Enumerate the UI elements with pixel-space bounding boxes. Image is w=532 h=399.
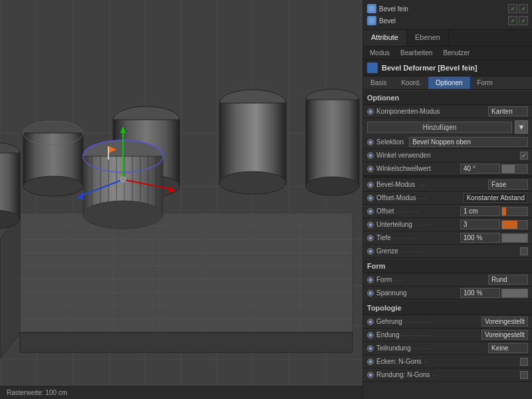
layer-check2-bevel[interactable]: ✓	[519, 16, 528, 25]
value-spannung[interactable]: 100 %	[460, 288, 500, 298]
radio-komponenten-modus[interactable]	[367, 108, 374, 115]
slider-offset[interactable]	[501, 207, 528, 216]
layer-icon-bevel	[367, 16, 376, 25]
subtab-bar: Modus Bearbeiten Benutzer	[363, 47, 532, 60]
radio-tiefe[interactable]	[367, 235, 374, 241]
value-gehrung[interactable]: Voreingestellt	[481, 317, 528, 327]
label-komponenten-modus: Komponenten-Modus	[376, 108, 440, 115]
scene-canvas	[0, 0, 362, 399]
viewport-3d[interactable]: Rasterweite: 100 cm	[0, 0, 362, 399]
row-tiefe: Tiefe ·········· 100 %	[363, 231, 532, 245]
deformer-name: Bevel Deformer [Bevel fein]	[382, 64, 477, 72]
row-gehrung: Gehrung ············ Voreingestellt	[363, 315, 532, 329]
row-form: Form ···· Rund	[363, 273, 532, 287]
radio-winkelschwellwert[interactable]	[367, 166, 374, 172]
value-endung[interactable]: Voreingestellt	[481, 330, 528, 340]
check-ecken[interactable]	[520, 358, 528, 366]
svg-marker-74	[76, 192, 84, 200]
label-offset-modus: Offset-Modus	[376, 194, 416, 201]
slider-tiefe[interactable]	[501, 233, 528, 243]
layer-checks-bevel: ✓ ✓	[508, 16, 528, 25]
row-ecken: Ecken: N-Gons ··	[363, 355, 532, 368]
layer-checks-bevel-fein: ✓ ✓	[508, 4, 528, 13]
radio-form[interactable]	[367, 277, 374, 283]
label-grenze: Grenze	[376, 247, 398, 255]
radio-bevel-modus[interactable]	[367, 182, 374, 188]
svg-rect-77	[369, 18, 374, 23]
scene-objects-svg	[0, 0, 362, 399]
hinzufuegen-button[interactable]: Hinzufügen	[367, 122, 512, 133]
radio-gehrung[interactable]	[367, 319, 374, 325]
layer-check2-bevel-fein[interactable]: ✓	[519, 4, 528, 13]
slider-winkelschwellwert[interactable]	[501, 164, 528, 174]
label-winkel-verwenden: Winkel verwenden	[376, 152, 431, 159]
value-winkelschwellwert[interactable]: 40 °	[460, 164, 500, 174]
row-rundung: Rundung: N-Gons ··	[363, 368, 532, 382]
label-teilrundung: Teilrundung	[376, 344, 411, 352]
svg-rect-76	[369, 6, 374, 11]
label-ecken: Ecken: N-Gons	[376, 358, 422, 365]
row-bevel-modus: Bevel-Modus ···· Fase	[363, 178, 532, 192]
tab-ebenen[interactable]: Ebenen	[407, 30, 449, 46]
label-form: Form	[376, 276, 392, 283]
prop-tab-koord[interactable]: Koord.	[394, 76, 428, 89]
check-grenze[interactable]	[520, 247, 528, 255]
svg-point-40	[23, 176, 83, 196]
radio-selektion[interactable]	[367, 139, 374, 146]
row-endung: Endung ············ Voreingestellt	[363, 329, 532, 342]
radio-ecken[interactable]	[367, 358, 374, 365]
subtab-modus[interactable]: Modus	[366, 48, 394, 58]
label-unterteilung: Unterteilung	[376, 221, 412, 228]
row-winkel-verwenden: Winkel verwenden ✓	[363, 149, 532, 162]
radio-endung[interactable]	[367, 332, 374, 338]
label-offset: Offset	[376, 207, 394, 215]
prop-tab-form[interactable]: Form	[470, 76, 500, 89]
slider-unterteilung[interactable]	[501, 220, 528, 229]
radio-spannung[interactable]	[367, 290, 374, 297]
slider-spannung[interactable]	[501, 289, 528, 298]
layer-check1-bevel-fein[interactable]: ✓	[508, 4, 517, 13]
svg-point-75	[120, 177, 126, 182]
value-komponenten-modus[interactable]: Kanten	[488, 106, 528, 116]
value-selektion[interactable]: Bevel Noppen oben	[409, 137, 528, 147]
radio-unterteilung[interactable]	[367, 221, 374, 228]
layer-icon-bevel-fein	[367, 4, 376, 13]
label-winkelschwellwert: Winkelschwellwert	[376, 165, 431, 172]
radio-offset-modus[interactable]	[367, 195, 374, 201]
label-selektion: Selektion	[376, 138, 404, 146]
subtab-benutzer[interactable]: Benutzer	[439, 48, 473, 58]
section-optionen: Optionen	[363, 91, 532, 105]
value-tiefe[interactable]: 100 %	[460, 233, 500, 243]
layer-name-bevel-fein: Bevel fein	[379, 5, 505, 13]
value-offset-modus[interactable]: Konstanter Abstand	[464, 193, 528, 203]
section-topologie: Topologie	[363, 301, 532, 315]
value-offset[interactable]: 1 cm	[460, 206, 500, 216]
layer-check1-bevel[interactable]: ✓	[508, 16, 517, 25]
value-unterteilung[interactable]: 3	[460, 219, 500, 229]
layer-item-bevel-fein[interactable]: Bevel fein ✓ ✓	[367, 3, 528, 15]
subtab-bearbeiten[interactable]: Bearbeiten	[396, 48, 436, 58]
value-bevel-modus[interactable]: Fase	[488, 180, 528, 190]
check-rundung[interactable]	[520, 371, 528, 379]
prop-tab-optionen[interactable]: Optionen	[428, 76, 470, 89]
tab-attribute[interactable]: Attribute	[363, 30, 407, 46]
prop-tab-basis[interactable]: Basis	[363, 76, 394, 89]
status-bar: Rasterweite: 100 cm	[0, 386, 362, 399]
value-teilrundung[interactable]: Keine	[488, 343, 528, 353]
radio-grenze[interactable]	[367, 248, 374, 255]
radio-teilrundung[interactable]	[367, 345, 374, 352]
layer-list: Bevel fein ✓ ✓ Bevel ✓ ✓	[363, 0, 532, 30]
prop-tab-bar: Basis Koord. Optionen Form	[363, 76, 532, 90]
svg-point-47	[219, 172, 286, 194]
row-grenze: Grenze ··········	[363, 245, 532, 258]
deformer-icon	[367, 63, 378, 73]
layer-item-bevel[interactable]: Bevel ✓ ✓	[367, 15, 528, 27]
check-winkel-verwenden[interactable]: ✓	[520, 152, 528, 160]
radio-offset[interactable]	[367, 208, 374, 215]
row-teilrundung: Teilrundung ········ Keine	[363, 342, 532, 355]
radio-winkel-verwenden[interactable]	[367, 152, 374, 159]
expand-button[interactable]: ▼	[515, 120, 528, 134]
value-form[interactable]: Rund	[488, 275, 528, 285]
row-selektion: Selektion Bevel Noppen oben	[363, 136, 532, 149]
radio-rundung[interactable]	[367, 372, 374, 378]
